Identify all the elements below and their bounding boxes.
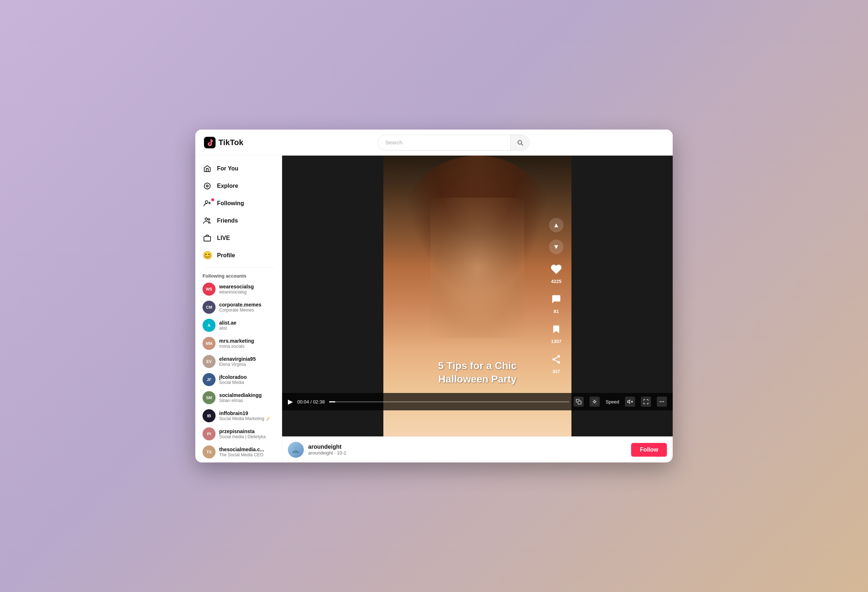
sidebar-item-for-you[interactable]: For You [195, 160, 282, 177]
avatar-inffobrain: IB [202, 409, 216, 422]
display-inffobrain: Social Media Marketing 🪄 [219, 416, 271, 421]
display-przepisnainsta: Social media | Dietetyka [219, 434, 266, 439]
svg-point-20 [663, 401, 664, 403]
sidebar-item-profile[interactable]: 😊 Profile [195, 247, 282, 264]
follow-button[interactable]: Follow [631, 443, 667, 457]
time-display: 00:04 / 02:38 [297, 399, 325, 404]
fullscreen-icon[interactable] [641, 397, 651, 407]
like-button[interactable]: 4225 [548, 261, 564, 284]
comment-button[interactable]: 81 [548, 291, 564, 314]
body: For You Explore Following Friends [195, 155, 673, 462]
live-icon [202, 233, 212, 243]
display-alist: alist [219, 326, 236, 331]
display-thesocialmedia: The Social Media CEO [219, 452, 264, 457]
progress-track[interactable] [329, 401, 569, 403]
creator-username: aroundeight [308, 444, 627, 450]
account-item-alist[interactable]: A alist.ae alist [195, 316, 282, 334]
display-socialmedia: Sinan elmas [219, 398, 261, 403]
svg-line-12 [555, 360, 558, 362]
svg-point-15 [594, 401, 596, 403]
svg-point-10 [553, 358, 555, 361]
account-item-corporate-memes[interactable]: CM corporate.memes Corporate Memes [195, 298, 282, 316]
share-button[interactable]: 337 [548, 351, 564, 374]
svg-rect-14 [578, 401, 581, 404]
sidebar-item-friends[interactable]: Friends [195, 212, 282, 229]
svg-point-11 [558, 361, 560, 364]
bookmark-button[interactable]: 1357 [548, 321, 564, 344]
sidebar-item-explore[interactable]: Explore [195, 177, 282, 195]
explore-icon [202, 181, 212, 191]
video-controls-right: ▲ ▼ 4225 81 [548, 218, 564, 374]
bottom-controls: Speed [574, 397, 667, 407]
username-inffobrain: inffobrain19 [219, 410, 271, 416]
comment-count: 81 [554, 309, 559, 314]
avatar-thesocialmedia: TS [202, 445, 216, 459]
comment-icon [548, 291, 564, 307]
svg-rect-8 [204, 236, 211, 241]
search-bar [378, 135, 530, 151]
svg-line-13 [555, 357, 558, 359]
search-input[interactable] [378, 135, 530, 151]
svg-point-3 [204, 183, 211, 189]
search-button[interactable] [510, 135, 529, 150]
svg-point-9 [558, 355, 560, 358]
account-item-inffobrain[interactable]: IB inffobrain19 Social Media Marketing 🪄 [195, 407, 282, 425]
display-wearesocialsg: wearesocialsg [219, 290, 254, 295]
account-item-elena[interactable]: EV elenavirginia95 Elena Virginia [195, 352, 282, 370]
sidebar-label-for-you: For You [217, 165, 238, 172]
friends-icon [202, 216, 212, 225]
scroll-down-button[interactable]: ▼ [549, 240, 564, 254]
video-container: 5 Tips for a Chic Halloween Party ▲ ▼ 42… [282, 155, 673, 437]
following-notification-dot [211, 198, 214, 201]
like-count: 4225 [551, 279, 562, 284]
account-item-przepisnainsta[interactable]: PI przepisnainsta Social media | Dietety… [195, 425, 282, 443]
search-icon [517, 139, 523, 146]
avatar-jfcoloradoo: JF [202, 373, 216, 386]
account-item-thesocialmedia[interactable]: TS thesocialmedia.c... The Social Media … [195, 443, 282, 461]
username-mrs-marketing: mrs.marketing [219, 338, 254, 344]
svg-point-5 [205, 201, 208, 203]
username-thesocialmedia: thesocialmedia.c... [219, 447, 264, 452]
speed-label[interactable]: Speed [605, 399, 619, 404]
svg-point-7 [208, 219, 210, 221]
magic-icon[interactable] [589, 397, 599, 407]
play-button[interactable]: ▶ [288, 398, 293, 406]
display-elena: Elena Virginia [219, 362, 256, 367]
sidebar-label-explore: Explore [217, 183, 238, 189]
username-przepisnainsta: przepisnainsta [219, 428, 266, 434]
account-item-wearesocialsg[interactable]: WS wearesocialsg wearesocialsg [195, 280, 282, 298]
account-item-mrs-marketing[interactable]: MM mrs.marketing mona.socials [195, 334, 282, 352]
svg-point-4 [206, 185, 208, 187]
heart-icon [548, 261, 564, 277]
see-more-button[interactable]: See more [195, 461, 282, 462]
sidebar-item-live[interactable]: LIVE [195, 229, 282, 247]
sidebar: For You Explore Following Friends [195, 155, 282, 462]
display-jfcoloradoo: Social Media [219, 380, 247, 385]
username-corporate-memes: corporate.memes [219, 302, 261, 308]
video-title: 5 Tips for a Chic Halloween Party [438, 359, 517, 386]
display-corporate-memes: Corporate Memes [219, 308, 261, 313]
share-icon [548, 351, 564, 367]
avatar-mrs-marketing: MM [202, 337, 216, 350]
sidebar-label-friends: Friends [217, 218, 238, 224]
main-content: 5 Tips for a Chic Halloween Party ▲ ▼ 42… [282, 155, 673, 462]
avatar-corporate-memes: CM [202, 301, 216, 314]
sidebar-item-following[interactable]: Following [195, 195, 282, 212]
home-icon [202, 164, 212, 173]
mute-icon[interactable] [625, 397, 635, 407]
svg-point-19 [661, 401, 663, 403]
account-item-socialmedia[interactable]: SM socialmediakingg Sinan elmas [195, 389, 282, 407]
header: TikTok [195, 130, 673, 155]
more-options-icon[interactable] [657, 397, 667, 407]
share-count: 337 [552, 369, 560, 374]
account-item-jfcoloradoo[interactable]: JF jfcoloradoo Social Media [195, 370, 282, 389]
username-elena: elenavirginia95 [219, 356, 256, 362]
username-wearesocialsg: wearesocialsg [219, 284, 254, 290]
bookmark-icon [548, 321, 564, 337]
sidebar-label-live: LIVE [217, 235, 230, 241]
username-socialmedia: socialmediakingg [219, 392, 261, 398]
sidebar-divider [202, 267, 275, 268]
scroll-up-button[interactable]: ▲ [549, 218, 564, 232]
copy-icon[interactable] [574, 397, 584, 407]
tiktok-logo-icon [204, 137, 216, 148]
